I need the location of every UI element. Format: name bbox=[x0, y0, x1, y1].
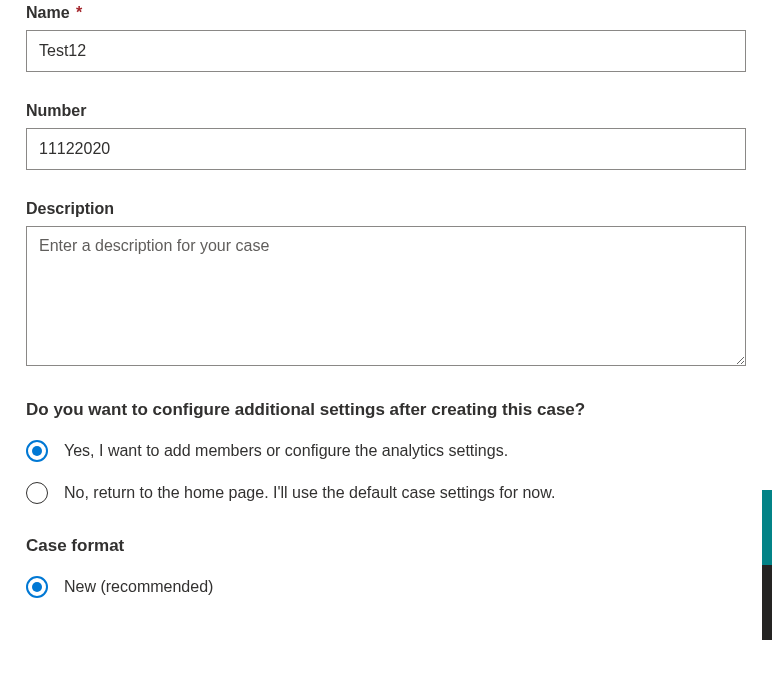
additional-settings-group: Do you want to configure additional sett… bbox=[26, 400, 746, 504]
description-field-group: Description bbox=[26, 200, 746, 370]
number-field-group: Number bbox=[26, 102, 746, 170]
additional-settings-heading: Do you want to configure additional sett… bbox=[26, 400, 746, 420]
radio-label-no: No, return to the home page. I'll use th… bbox=[64, 484, 555, 502]
name-field-group: Name * bbox=[26, 4, 746, 72]
description-label: Description bbox=[26, 200, 746, 218]
side-accent-dark bbox=[762, 565, 772, 640]
radio-option-new[interactable]: New (recommended) bbox=[26, 576, 746, 598]
radio-option-no[interactable]: No, return to the home page. I'll use th… bbox=[26, 482, 746, 504]
case-format-group: Case format New (recommended) bbox=[26, 536, 746, 598]
name-label: Name * bbox=[26, 4, 746, 22]
required-indicator: * bbox=[76, 4, 82, 21]
side-accent-teal bbox=[762, 490, 772, 565]
radio-dot-icon bbox=[32, 582, 42, 592]
number-label: Number bbox=[26, 102, 746, 120]
number-input[interactable] bbox=[26, 128, 746, 170]
radio-dot-icon bbox=[32, 446, 42, 456]
radio-button-yes[interactable] bbox=[26, 440, 48, 462]
name-input[interactable] bbox=[26, 30, 746, 72]
case-format-heading: Case format bbox=[26, 536, 746, 556]
radio-label-new: New (recommended) bbox=[64, 578, 213, 596]
radio-button-no[interactable] bbox=[26, 482, 48, 504]
name-label-text: Name bbox=[26, 4, 70, 21]
radio-button-new[interactable] bbox=[26, 576, 48, 598]
radio-label-yes: Yes, I want to add members or configure … bbox=[64, 442, 508, 460]
radio-option-yes[interactable]: Yes, I want to add members or configure … bbox=[26, 440, 746, 462]
description-textarea[interactable] bbox=[26, 226, 746, 366]
